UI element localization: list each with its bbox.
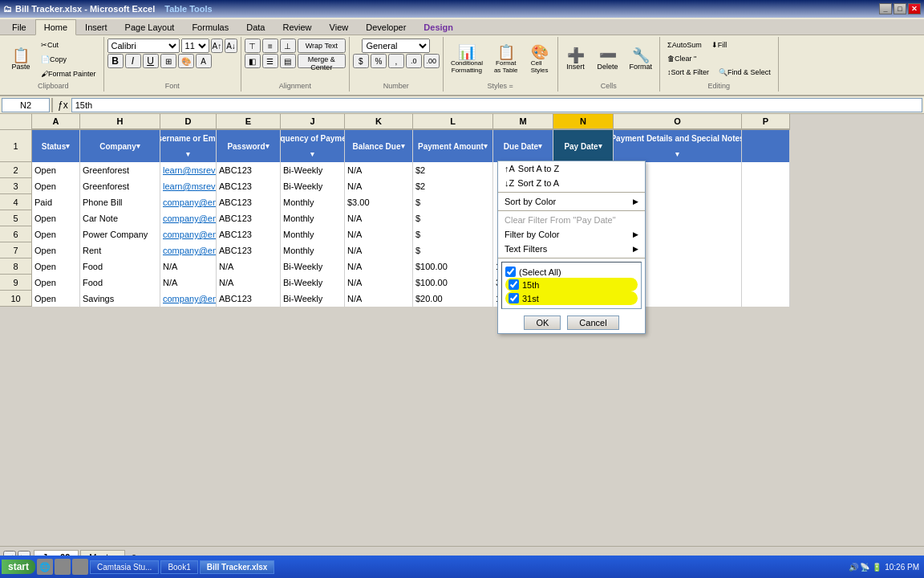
cell-l2[interactable]: $2: [413, 162, 493, 178]
cell-j4[interactable]: Monthly: [281, 194, 345, 210]
tab-review[interactable]: Review: [274, 19, 320, 35]
format-as-table-button[interactable]: 📋 Formatas Table: [490, 43, 522, 76]
wrap-text-button[interactable]: Wrap Text: [298, 39, 346, 53]
cell-d9[interactable]: N/A: [160, 275, 217, 291]
underline-button[interactable]: U: [143, 54, 159, 68]
sort-az-item[interactable]: ↑A Sort A to Z: [498, 161, 645, 176]
borders-button[interactable]: ⊞: [160, 54, 176, 68]
align-right-button[interactable]: ▤: [280, 54, 296, 68]
align-bottom-button[interactable]: ⊥: [280, 39, 296, 53]
bold-button[interactable]: B: [107, 54, 124, 68]
decrease-decimal-button[interactable]: .0: [406, 54, 422, 68]
cell-a7[interactable]: Open: [32, 242, 80, 258]
cell-e7[interactable]: ABC123: [217, 242, 281, 258]
cell-k3[interactable]: N/A: [345, 178, 413, 194]
cell-styles-button[interactable]: 🎨 CellStyles: [525, 43, 554, 76]
col-header-o[interactable]: O: [614, 114, 742, 130]
dropdown-cancel-button[interactable]: Cancel: [567, 315, 618, 330]
clear-filter-item[interactable]: Clear Filter From "Pay Date": [498, 213, 645, 227]
cell-e3[interactable]: ABC123: [217, 178, 281, 194]
comma-button[interactable]: ,: [388, 54, 404, 68]
col-header-j[interactable]: J: [281, 114, 345, 130]
cell-ref-input[interactable]: [2, 98, 50, 112]
cell-k4[interactable]: $3.00: [345, 194, 413, 210]
cell-j7[interactable]: Monthly: [281, 242, 345, 258]
cell-p10[interactable]: [742, 291, 790, 307]
align-center-button[interactable]: ☰: [262, 54, 278, 68]
cell-a2[interactable]: Open: [32, 162, 80, 178]
cell-h8[interactable]: Food: [80, 258, 160, 275]
cell-d3[interactable]: learn@msrevenda.com: [160, 178, 217, 194]
cell-k9[interactable]: N/A: [345, 275, 413, 291]
italic-button[interactable]: I: [125, 54, 141, 68]
cell-l7[interactable]: $: [413, 242, 493, 258]
format-painter-button[interactable]: 🖌 Format Painter: [37, 67, 100, 80]
align-left-button[interactable]: ◧: [245, 54, 261, 68]
cell-d10[interactable]: company@email.com: [160, 291, 217, 307]
cell-h10[interactable]: Savings: [80, 291, 160, 307]
autosum-button[interactable]: Σ AutoSum: [663, 39, 706, 51]
cell-a3[interactable]: Open: [32, 178, 80, 194]
cell-l5[interactable]: $: [413, 210, 493, 226]
cell-k2[interactable]: N/A: [345, 162, 413, 178]
filter-by-color-item[interactable]: Filter by Color ▶: [498, 227, 645, 242]
cell-p7[interactable]: [742, 242, 790, 258]
col-header-n[interactable]: N: [553, 114, 614, 130]
cell-e6[interactable]: ABC123: [217, 226, 281, 242]
cell-h4[interactable]: Phone Bill: [80, 194, 160, 210]
tab-developer[interactable]: Developer: [357, 19, 415, 35]
cell-j2[interactable]: Bi-Weekly: [281, 162, 345, 178]
number-format-select[interactable]: General: [362, 39, 430, 53]
cell-e4[interactable]: ABC123: [217, 194, 281, 210]
cell-d6[interactable]: company@email.com: [160, 226, 217, 242]
cell-h9[interactable]: Food: [80, 275, 160, 291]
cell-d2[interactable]: learn@msrevenda.com: [160, 162, 217, 178]
percent-button[interactable]: %: [371, 54, 387, 68]
quick-launch-media[interactable]: [72, 559, 88, 575]
sort-filter-button[interactable]: ↕ Sort & Filter: [663, 66, 713, 79]
filter-dropdown-menu[interactable]: ↑A Sort A to Z ↓Z Sort Z to A Sort by Co…: [497, 161, 646, 334]
col-header-l[interactable]: L: [413, 114, 493, 130]
formula-input[interactable]: [71, 98, 922, 112]
cell-l3[interactable]: $2: [413, 178, 493, 194]
cell-j9[interactable]: Bi-Weekly: [281, 275, 345, 291]
clear-button[interactable]: 🗑 Clear ": [663, 52, 700, 65]
minimize-button[interactable]: _: [879, 3, 892, 14]
cell-k10[interactable]: N/A: [345, 291, 413, 307]
paste-button[interactable]: 📋 Paste: [6, 46, 35, 73]
tab-data[interactable]: Data: [237, 19, 274, 35]
quick-launch-folder[interactable]: [55, 559, 71, 575]
align-top-button[interactable]: ⊤: [245, 39, 261, 53]
format-button[interactable]: 🔧 Format: [626, 46, 657, 73]
cell-p8[interactable]: [742, 258, 790, 275]
cell-j3[interactable]: Bi-Weekly: [281, 178, 345, 194]
tab-formulas[interactable]: Formulas: [183, 19, 237, 35]
maximize-button[interactable]: □: [894, 3, 906, 14]
cell-l10[interactable]: $20.00: [413, 291, 493, 307]
align-middle-button[interactable]: ≡: [262, 39, 278, 53]
title-bar-controls[interactable]: _ □ ✕: [879, 3, 921, 14]
tab-page-layout[interactable]: Page Layout: [116, 19, 184, 35]
cell-e9[interactable]: N/A: [217, 275, 281, 291]
font-shrink-button[interactable]: A↓: [225, 39, 237, 53]
fill-button[interactable]: ⬇ Fill: [707, 39, 732, 51]
font-name-select[interactable]: Calibri: [107, 39, 180, 53]
cell-h7[interactable]: Rent: [80, 242, 160, 258]
insert-button[interactable]: ➕ Insert: [561, 46, 590, 73]
quick-launch-ie[interactable]: 🌐: [37, 559, 53, 575]
cell-e5[interactable]: ABC123: [217, 210, 281, 226]
check-31st[interactable]: 31st: [505, 291, 638, 305]
cell-l9[interactable]: $100.00: [413, 275, 493, 291]
conditional-formatting-button[interactable]: 📊 ConditionalFormatting: [447, 43, 487, 76]
tab-home[interactable]: Home: [35, 19, 76, 35]
col-header-p[interactable]: P: [742, 114, 790, 130]
cell-p6[interactable]: [742, 226, 790, 242]
taskbar-book1[interactable]: Book1: [160, 560, 197, 574]
cell-d8[interactable]: N/A: [160, 258, 217, 275]
col-header-e[interactable]: E: [217, 114, 281, 130]
cell-a10[interactable]: Open: [32, 291, 80, 307]
cell-d4[interactable]: company@email.com: [160, 194, 217, 210]
font-size-select[interactable]: 11: [181, 39, 209, 53]
cell-e10[interactable]: ABC123: [217, 291, 281, 307]
delete-button[interactable]: ➖ Delete: [594, 46, 622, 73]
